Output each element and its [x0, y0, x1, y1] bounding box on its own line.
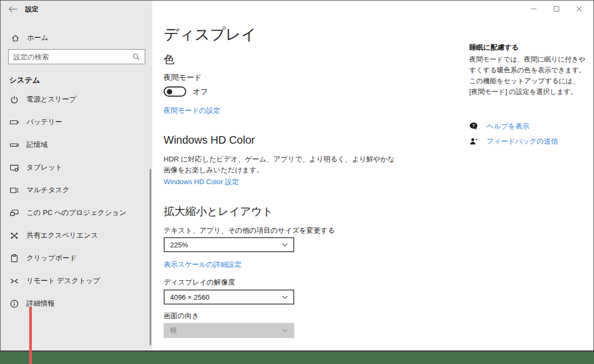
- sidebar-nav-list: 電源とスリープ バッテリー 記憶域: [1, 88, 152, 315]
- sidebar-item-about[interactable]: 詳細情報: [1, 292, 152, 315]
- sidebar-item-label: ホーム: [27, 33, 49, 43]
- resolution-dropdown[interactable]: 4096 × 2560: [164, 289, 294, 305]
- sidebar-item-label: バッテリー: [26, 117, 62, 127]
- chevron-down-icon: [282, 329, 288, 333]
- sidebar-item-label: この PC へのプロジェクション: [26, 208, 126, 218]
- night-mode-state: オフ: [193, 87, 208, 97]
- feedback-person-icon: [469, 137, 479, 146]
- hd-color-settings-link[interactable]: Windows HD Color 設定: [164, 177, 239, 187]
- sidebar-item-label: マルチタスク: [26, 185, 70, 195]
- night-mode-toggle-row: オフ: [164, 86, 208, 97]
- annotation-red-line: [29, 307, 32, 364]
- multitask-icon: [10, 186, 19, 195]
- svg-text:?: ?: [472, 123, 475, 128]
- info-icon: [10, 299, 19, 308]
- search-input[interactable]: [9, 53, 132, 61]
- send-feedback-row[interactable]: フィードバックの送信: [469, 137, 558, 146]
- resolution-dropdown-value: 4096 × 2560: [165, 293, 282, 301]
- window-title: 設定: [25, 5, 38, 14]
- help-panel-header: 睡眠に配慮する: [469, 43, 519, 52]
- sidebar-item-storage[interactable]: 記憶域: [1, 133, 152, 156]
- window-controls: [522, 1, 590, 17]
- sidebar-item-multitasking[interactable]: マルチタスク: [1, 179, 152, 201]
- hd-color-description: HDR に対応したビデオ、ゲーム、アプリで、より明るく、より鮮やかな画像をお楽し…: [164, 154, 398, 176]
- get-help-link[interactable]: ヘルプを表示: [487, 122, 529, 131]
- search-icon[interactable]: [132, 53, 140, 60]
- minimize-button[interactable]: [522, 1, 545, 17]
- sidebar-scrollbar[interactable]: [150, 169, 151, 345]
- sidebar-item-remote-desktop[interactable]: リモート デスクトップ: [1, 269, 152, 292]
- tablet-icon: [10, 163, 19, 172]
- back-arrow-icon: [7, 4, 19, 15]
- projection-icon: [10, 208, 19, 218]
- clipboard-icon: [10, 254, 19, 263]
- power-icon: [10, 95, 19, 104]
- close-button[interactable]: [568, 1, 590, 17]
- remote-desktop-icon: [10, 277, 19, 286]
- chevron-down-icon: [282, 295, 288, 299]
- night-mode-settings-link[interactable]: 夜間モードの設定: [164, 106, 220, 116]
- maximize-button[interactable]: [545, 1, 568, 17]
- resolution-label: ディスプレイの解像度: [164, 278, 235, 287]
- sidebar-item-label: 共有エクスペリエンス: [26, 231, 98, 240]
- share-icon: [10, 231, 19, 240]
- night-mode-toggle[interactable]: [164, 86, 186, 97]
- help-panel-body: 夜間モードでは、夜間に眠りに付きやすくする暖色系の色を表示できます。この機能をセ…: [469, 54, 588, 97]
- scale-label: テキスト、アプリ、その他の項目のサイズを変更する: [164, 226, 335, 235]
- toggle-knob: [167, 89, 172, 95]
- battery-icon: [10, 118, 19, 127]
- section-header-hd-color: Windows HD Color: [164, 134, 255, 146]
- sidebar: 設定 ホーム システム 電源とスリープ: [1, 1, 152, 350]
- sidebar-item-clipboard[interactable]: クリップボード: [1, 247, 152, 269]
- scale-dropdown-value: 225%: [165, 241, 282, 249]
- orientation-dropdown-value: 横: [165, 326, 282, 335]
- help-bubble-icon: ?: [469, 122, 479, 131]
- sidebar-section-header: システム: [9, 76, 40, 85]
- sidebar-item-tablet[interactable]: タブレット: [1, 156, 152, 179]
- sidebar-item-shared-experiences[interactable]: 共有エクスペリエンス: [1, 224, 152, 247]
- sidebar-item-label: クリップボード: [26, 253, 77, 263]
- settings-window: 設定 ホーム システム 電源とスリープ: [0, 0, 594, 352]
- page-title: ディスプレイ: [164, 24, 256, 45]
- section-header-scale-layout: 拡大縮小とレイアウト: [164, 204, 273, 219]
- advanced-scaling-link[interactable]: 表示スケールの詳細設定: [164, 260, 241, 269]
- minimize-icon: [531, 6, 537, 12]
- chevron-down-icon: [282, 243, 288, 247]
- home-icon: [11, 33, 20, 43]
- orientation-label: 画面の向き: [164, 311, 199, 321]
- scale-dropdown[interactable]: 225%: [164, 237, 294, 252]
- section-header-color: 色: [164, 52, 174, 67]
- orientation-dropdown-disabled: 横: [164, 323, 294, 338]
- sidebar-item-label: リモート デスクトップ: [26, 276, 100, 286]
- sidebar-item-label: タブレット: [26, 163, 63, 172]
- maximize-icon: [554, 6, 559, 12]
- desktop-background: 設定 ホーム システム 電源とスリープ: [0, 0, 594, 364]
- sidebar-item-battery[interactable]: バッテリー: [1, 111, 152, 133]
- sidebar-item-label: 記憶域: [26, 140, 48, 150]
- back-button[interactable]: [7, 4, 19, 15]
- get-help-row[interactable]: ? ヘルプを表示: [469, 122, 529, 131]
- search-box: [8, 49, 145, 64]
- sidebar-item-label: 電源とスリープ: [26, 95, 76, 104]
- close-icon: [576, 6, 582, 12]
- sidebar-item-projection[interactable]: この PC へのプロジェクション: [1, 201, 152, 224]
- night-mode-label: 夜間モード: [164, 73, 202, 83]
- storage-icon: [10, 140, 19, 150]
- send-feedback-link[interactable]: フィードバックの送信: [487, 137, 558, 146]
- sidebar-item-home[interactable]: ホーム: [1, 29, 152, 47]
- sidebar-item-power-sleep[interactable]: 電源とスリープ: [1, 88, 152, 111]
